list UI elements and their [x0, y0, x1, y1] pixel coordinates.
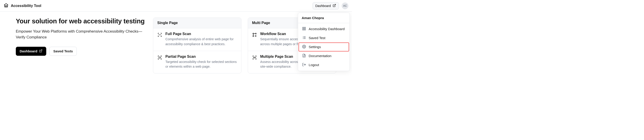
menu-item-accessibility-dashboard[interactable]: Accessibility Dashboard: [298, 24, 349, 33]
brand-title: Accessibility Tool: [11, 4, 41, 8]
menu-item-label: Saved Test: [309, 36, 326, 40]
item-title: Partial Page Scan: [166, 55, 237, 59]
menu-item-saved-test[interactable]: Saved Test: [298, 33, 349, 42]
menu-item-logout[interactable]: Logout: [298, 61, 349, 70]
hero-saved-tests-button[interactable]: Saved Tests: [50, 47, 76, 56]
logout-icon: [302, 63, 306, 67]
external-link-icon: [39, 49, 42, 53]
header-dashboard-label: Dashboard: [316, 4, 331, 8]
hero-buttons: Dashboard Saved Tests: [16, 47, 147, 56]
svg-point-11: [304, 46, 304, 47]
dropdown-menu: Accessibility Dashboard Saved Test Setti…: [298, 23, 350, 71]
grid-icon: [302, 27, 306, 31]
svg-rect-1: [302, 27, 304, 28]
scan-full-icon: [157, 32, 162, 47]
menu-item-label: Logout: [309, 63, 319, 67]
list-icon: [302, 36, 306, 40]
item-desc: Comprehensive analysis of entire web pag…: [166, 37, 237, 47]
hero-dashboard-button[interactable]: Dashboard: [16, 47, 46, 56]
item-title: Full Page Scan: [166, 32, 237, 36]
single-page-items: Full Page Scan Comprehensive analysis of…: [153, 28, 241, 73]
menu-item-label: Documentation: [309, 54, 332, 58]
header-right: Dashboard AC ↑ Aman Chopra Acce: [312, 2, 349, 9]
svg-rect-4: [304, 29, 306, 30]
item-desc: Targeted accessibility check for selecte…: [166, 60, 237, 70]
menu-item-settings[interactable]: Settings: [298, 42, 349, 52]
menu-item-documentation[interactable]: Documentation: [298, 52, 349, 61]
scan-partial-icon: [157, 55, 162, 70]
workflow-icon: [252, 32, 257, 47]
header: Accessibility Tool Dashboard AC ↑ Aman C…: [0, 0, 352, 12]
scan-multiple-icon: [252, 55, 257, 70]
header-dashboard-button[interactable]: Dashboard: [312, 2, 339, 9]
external-link-icon: [332, 4, 336, 8]
user-dropdown: Aman Chopra Accessibility Dashboard Save…: [298, 13, 350, 71]
single-page-card: Single Page Full Page Scan Comprehensive…: [153, 17, 242, 73]
hero: Your solution for web accessibility test…: [16, 17, 147, 56]
gear-icon: [302, 45, 306, 49]
avatar-initials: AC: [343, 4, 347, 7]
hero-title: Your solution for web accessibility test…: [16, 17, 147, 25]
menu-item-label: Settings: [309, 45, 321, 49]
hero-saved-tests-label: Saved Tests: [53, 49, 73, 53]
svg-rect-2: [304, 27, 306, 28]
document-icon: [302, 54, 306, 58]
svg-line-0: [334, 4, 336, 6]
hero-dashboard-label: Dashboard: [20, 49, 37, 53]
hero-subtitle: Empower Your Web Platforms with Comprehe…: [16, 29, 142, 40]
menu-item-label: Accessibility Dashboard: [309, 27, 344, 31]
svg-rect-3: [302, 29, 304, 30]
single-page-item-full-scan[interactable]: Full Page Scan Comprehensive analysis of…: [153, 28, 241, 51]
single-page-header: Single Page: [153, 18, 241, 28]
dropdown-user-name: Aman Chopra: [298, 13, 350, 23]
svg-rect-17: [159, 57, 160, 58]
svg-line-15: [40, 50, 42, 51]
brand-logo-icon: [4, 3, 8, 9]
single-page-item-partial-scan[interactable]: Partial Page Scan Targeted accessibility…: [153, 51, 241, 73]
brand: Accessibility Tool: [4, 3, 41, 9]
avatar[interactable]: AC: [342, 2, 348, 9]
